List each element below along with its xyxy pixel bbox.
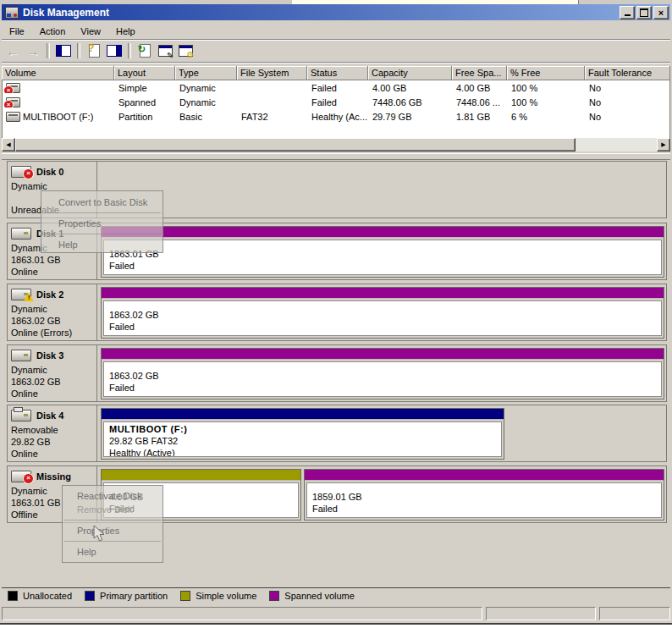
volume-disk2[interactable]: 1863.02 GB Failed — [101, 287, 664, 339]
refresh-icon[interactable]: ↻ — [135, 42, 154, 59]
volume-missing-2[interactable]: 1859.01 GB Failed — [304, 469, 664, 521]
title-bar[interactable]: Disk Management × — [2, 4, 670, 20]
volume-size: 1863.02 GB — [109, 370, 656, 382]
col-type[interactable]: Type — [175, 66, 237, 80]
spanned-volume-band — [102, 227, 664, 238]
menu-file[interactable]: File — [2, 25, 32, 38]
simple-volume-swatch — [180, 591, 190, 601]
menu-help[interactable]: Help — [108, 25, 143, 38]
disk4-header[interactable]: Disk 4 Removable 29.82 GB Online — [8, 405, 97, 461]
disk-name: Missing — [36, 471, 71, 482]
col-volume[interactable]: Volume — [2, 66, 114, 80]
menu-item-help[interactable]: Help — [41, 238, 162, 251]
menu-item-help[interactable]: Help — [63, 545, 162, 559]
cell-pct-free: 100 % — [508, 83, 586, 93]
cell-pct-free: 100 % — [508, 97, 586, 107]
cell-layout: Partition — [115, 112, 176, 122]
cell-pct-free: 6 % — [508, 112, 586, 122]
cell-type: Dynamic — [176, 83, 238, 93]
menu-item-properties[interactable]: Properties — [63, 524, 162, 537]
volume-status: Failed — [109, 260, 656, 272]
status-panel — [599, 607, 670, 620]
mouse-cursor — [93, 525, 107, 545]
disk-management-window: Disk Management × File Action View Help … — [0, 0, 672, 628]
volume-disk3[interactable]: 1863.02 GB Failed — [101, 348, 664, 399]
menu-separator — [43, 212, 161, 213]
missing-disk-context-menu: Reactivate Disk Remove Disk Properties H… — [62, 485, 163, 563]
cell-type: Basic — [176, 112, 238, 122]
legend-primary-partition: Primary partition — [85, 591, 168, 601]
status-bar — [2, 605, 670, 622]
scroll-right-button[interactable]: ▶ — [657, 138, 670, 151]
toolbar-separator — [77, 43, 80, 58]
desktop-sliver — [0, 625, 672, 628]
menu-item-remove-disk[interactable]: Remove Disk — [63, 503, 162, 516]
show-console-tree-icon[interactable] — [54, 42, 73, 59]
show-detail-pane-icon[interactable] — [105, 42, 124, 59]
minimize-icon — [625, 14, 631, 16]
pane-splitter[interactable] — [2, 153, 670, 160]
back-icon[interactable]: ← — [3, 42, 22, 59]
menu-item-reactivate-disk[interactable]: Reactivate Disk — [63, 489, 162, 503]
disk-name: Disk 2 — [36, 289, 63, 300]
col-free-space[interactable]: Free Spa... — [452, 66, 507, 80]
col-file-system[interactable]: File System — [237, 66, 307, 80]
forward-icon[interactable]: → — [24, 42, 42, 59]
disk-status: Online — [11, 266, 93, 278]
table-row[interactable]: MULTIBOOT (F:) Partition Basic FAT32 Hea… — [3, 109, 669, 124]
horizontal-scrollbar[interactable]: ◀ ▶ — [2, 138, 670, 151]
volume-table: × Simple Dynamic Failed 4.00 GB 4.00 GB … — [2, 80, 670, 138]
disk0-context-menu: Convert to Basic Disk Properties Help — [41, 190, 163, 253]
menu-view[interactable]: View — [73, 25, 108, 38]
disk2-header[interactable]: ! Disk 2 Dynamic 1863.02 GB Online (Erro… — [8, 284, 97, 340]
col-pct-free[interactable]: % Free — [507, 66, 585, 80]
col-fault-tolerance[interactable]: Fault Tolerance — [585, 66, 670, 80]
disk-error-icon: × — [11, 166, 31, 178]
close-button[interactable]: × — [653, 6, 669, 19]
volume-table-header: Volume Layout Type File System Status Ca… — [2, 66, 670, 80]
legend-bar: Unallocated Primary partition Simple vol… — [2, 587, 670, 603]
volume-status: Healthy (Active) — [109, 447, 496, 457]
col-layout[interactable]: Layout — [114, 66, 175, 80]
disk-name: Disk 0 — [36, 167, 63, 177]
context-help-icon[interactable]: ? — [85, 42, 103, 59]
properties-window-icon[interactable]: ✎ — [156, 42, 174, 59]
volume-status: Failed — [109, 321, 656, 333]
volume-size: 1863.02 GB — [109, 309, 656, 321]
disk-capacity: 1863.02 GB — [11, 376, 93, 388]
menu-item-properties[interactable]: Properties — [41, 217, 162, 230]
cell-type: Dynamic — [176, 97, 238, 107]
disk-row-disk4[interactable]: Disk 4 Removable 29.82 GB Online MULTIBO… — [7, 405, 667, 462]
table-row[interactable]: × Spanned Dynamic Failed 7448.06 GB 7448… — [3, 95, 669, 109]
failed-volume-icon: × — [6, 97, 20, 107]
menu-action[interactable]: Action — [32, 25, 74, 38]
legend-label: Simple volume — [196, 591, 256, 601]
disk-capacity: 1863.01 GB — [11, 254, 93, 266]
scroll-left-button[interactable]: ◀ — [2, 138, 15, 151]
col-capacity[interactable]: Capacity — [368, 66, 452, 80]
disk-row-disk2[interactable]: ! Disk 2 Dynamic 1863.02 GB Online (Erro… — [7, 284, 667, 341]
manage-window-icon[interactable]: ⚙ — [176, 42, 195, 59]
disk-error-icon: × — [11, 471, 31, 482]
legend-unallocated: Unallocated — [8, 591, 72, 601]
minimize-button[interactable] — [620, 6, 635, 19]
disk0-graph[interactable] — [97, 162, 666, 218]
cell-fault-tolerance: No — [586, 83, 669, 93]
cell-free-space: 1.81 GB — [453, 112, 508, 122]
cell-fault-tolerance: No — [586, 97, 669, 107]
cell-fault-tolerance: No — [586, 112, 669, 122]
window-title: Disk Management — [23, 7, 618, 19]
disk-row-disk3[interactable]: Disk 3 Dynamic 1863.02 GB Online 1863.02… — [7, 344, 667, 402]
scrollbar-thumb[interactable] — [15, 138, 576, 151]
menu-item-convert-to-basic-disk[interactable]: Convert to Basic Disk — [41, 196, 162, 209]
table-row[interactable]: × Simple Dynamic Failed 4.00 GB 4.00 GB … — [3, 80, 669, 95]
volume-multiboot[interactable]: MULTIBOOT (F:) 29.82 GB FAT32 Healthy (A… — [101, 408, 504, 460]
maximize-button[interactable] — [636, 6, 652, 19]
volume-disk1[interactable]: 1863.01 GB Failed — [101, 226, 664, 278]
status-panel — [2, 607, 482, 620]
disk-icon — [11, 228, 31, 240]
volume-size: 1859.01 GB — [312, 491, 656, 503]
disk-icon — [11, 350, 31, 361]
col-status[interactable]: Status — [307, 66, 368, 80]
disk3-header[interactable]: Disk 3 Dynamic 1863.02 GB Online — [8, 345, 97, 401]
